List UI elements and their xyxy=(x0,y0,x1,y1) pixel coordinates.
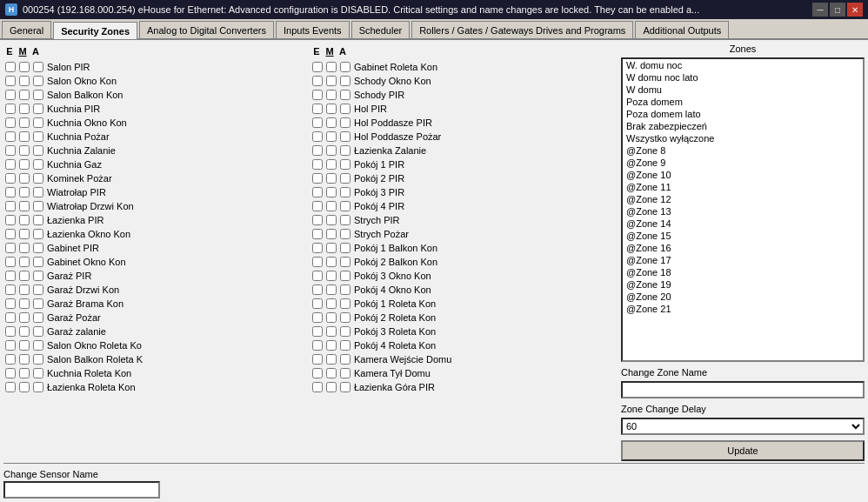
sensor-e-checkbox[interactable] xyxy=(312,187,323,197)
sensor-m-checkbox[interactable] xyxy=(326,145,337,156)
sensor-m-checkbox[interactable] xyxy=(19,298,30,309)
sensor-m-checkbox[interactable] xyxy=(19,215,30,225)
sensor-e-checkbox[interactable] xyxy=(5,62,16,72)
sensor-a-checkbox[interactable] xyxy=(33,201,43,211)
sensor-a-checkbox[interactable] xyxy=(33,312,43,323)
sensor-a-checkbox[interactable] xyxy=(33,62,43,72)
sensor-a-checkbox[interactable] xyxy=(33,271,43,281)
sensor-name-input[interactable] xyxy=(3,481,160,499)
sensor-a-checkbox[interactable] xyxy=(33,131,43,142)
tab-inputs-events[interactable]: Inputs Events xyxy=(276,21,350,38)
sensor-m-checkbox[interactable] xyxy=(19,173,30,184)
sensor-m-checkbox[interactable] xyxy=(19,326,30,337)
sensor-m-checkbox[interactable] xyxy=(326,243,337,253)
sensor-m-checkbox[interactable] xyxy=(326,215,337,225)
sensor-m-checkbox[interactable] xyxy=(19,340,30,351)
sensor-a-checkbox[interactable] xyxy=(33,257,43,267)
zone-item[interactable]: @Zone 21 xyxy=(623,303,863,315)
sensor-e-checkbox[interactable] xyxy=(312,62,323,72)
sensor-m-checkbox[interactable] xyxy=(19,312,30,323)
sensor-a-checkbox[interactable] xyxy=(340,368,351,378)
sensor-e-checkbox[interactable] xyxy=(312,201,323,211)
sensor-e-checkbox[interactable] xyxy=(312,173,323,184)
sensor-e-checkbox[interactable] xyxy=(312,159,323,170)
sensor-e-checkbox[interactable] xyxy=(312,340,323,351)
maximize-button[interactable]: □ xyxy=(830,3,845,17)
sensor-a-checkbox[interactable] xyxy=(340,117,351,128)
sensor-m-checkbox[interactable] xyxy=(326,62,337,72)
sensor-e-checkbox[interactable] xyxy=(312,104,323,114)
sensor-m-checkbox[interactable] xyxy=(326,76,337,86)
sensor-m-checkbox[interactable] xyxy=(326,284,337,295)
sensor-e-checkbox[interactable] xyxy=(5,326,16,337)
sensor-e-checkbox[interactable] xyxy=(5,131,16,142)
sensor-a-checkbox[interactable] xyxy=(340,257,351,267)
zone-item[interactable]: @Zone 17 xyxy=(623,254,863,266)
sensor-e-checkbox[interactable] xyxy=(312,271,323,281)
zone-item[interactable]: W. domu noc xyxy=(623,59,863,71)
sensor-e-checkbox[interactable] xyxy=(5,201,16,211)
sensor-e-checkbox[interactable] xyxy=(312,354,323,365)
sensor-m-checkbox[interactable] xyxy=(19,104,30,114)
sensor-a-checkbox[interactable] xyxy=(340,131,351,142)
sensor-m-checkbox[interactable] xyxy=(326,257,337,267)
sensor-m-checkbox[interactable] xyxy=(19,187,30,197)
sensor-e-checkbox[interactable] xyxy=(5,340,16,351)
sensor-m-checkbox[interactable] xyxy=(326,201,337,211)
sensor-a-checkbox[interactable] xyxy=(33,340,43,351)
sensor-e-checkbox[interactable] xyxy=(312,117,323,128)
sensor-e-checkbox[interactable] xyxy=(312,298,323,309)
sensor-a-checkbox[interactable] xyxy=(340,243,351,253)
sensor-m-checkbox[interactable] xyxy=(19,117,30,128)
sensor-a-checkbox[interactable] xyxy=(33,215,43,225)
tab-security-zones[interactable]: Security Zones xyxy=(53,22,137,39)
zone-item[interactable]: @Zone 20 xyxy=(623,291,863,303)
sensor-m-checkbox[interactable] xyxy=(326,131,337,142)
sensor-e-checkbox[interactable] xyxy=(5,284,16,295)
sensor-a-checkbox[interactable] xyxy=(340,340,351,351)
sensor-m-checkbox[interactable] xyxy=(19,271,30,281)
tab-scheduler[interactable]: Scheduler xyxy=(351,21,411,38)
sensor-m-checkbox[interactable] xyxy=(19,76,30,86)
sensor-a-checkbox[interactable] xyxy=(340,229,351,239)
sensor-e-checkbox[interactable] xyxy=(5,173,16,184)
tab-rollers[interactable]: Rollers / Gates / Gateways Drives and Pr… xyxy=(411,21,633,38)
sensor-e-checkbox[interactable] xyxy=(312,145,323,156)
sensor-m-checkbox[interactable] xyxy=(326,187,337,197)
sensor-m-checkbox[interactable] xyxy=(19,257,30,267)
sensor-m-checkbox[interactable] xyxy=(19,145,30,156)
sensor-e-checkbox[interactable] xyxy=(5,187,16,197)
sensor-e-checkbox[interactable] xyxy=(5,76,16,86)
sensor-e-checkbox[interactable] xyxy=(5,145,16,156)
sensor-m-checkbox[interactable] xyxy=(19,90,30,100)
zones-list[interactable]: W. domu nocW domu noc latoW domuPoza dom… xyxy=(621,57,865,362)
tab-additional-outputs[interactable]: Additional Outputs xyxy=(635,21,729,38)
zone-item[interactable]: @Zone 8 xyxy=(623,144,863,157)
sensor-m-checkbox[interactable] xyxy=(326,326,337,337)
sensor-m-checkbox[interactable] xyxy=(19,243,30,253)
sensor-m-checkbox[interactable] xyxy=(19,229,30,239)
sensor-a-checkbox[interactable] xyxy=(340,62,351,72)
zone-item[interactable]: @Zone 13 xyxy=(623,205,863,218)
sensor-e-checkbox[interactable] xyxy=(5,159,16,170)
zone-item[interactable]: @Zone 10 xyxy=(623,169,863,181)
sensor-a-checkbox[interactable] xyxy=(340,312,351,323)
zone-delay-select[interactable]: 60 xyxy=(621,418,865,435)
sensor-m-checkbox[interactable] xyxy=(19,131,30,142)
close-button[interactable]: ✕ xyxy=(847,3,863,17)
sensor-a-checkbox[interactable] xyxy=(340,159,351,170)
sensor-a-checkbox[interactable] xyxy=(33,104,43,114)
sensor-m-checkbox[interactable] xyxy=(326,90,337,100)
sensor-a-checkbox[interactable] xyxy=(33,90,43,100)
sensor-e-checkbox[interactable] xyxy=(312,326,323,337)
sensor-e-checkbox[interactable] xyxy=(312,76,323,86)
sensor-e-checkbox[interactable] xyxy=(312,243,323,253)
sensor-a-checkbox[interactable] xyxy=(33,284,43,295)
sensor-a-checkbox[interactable] xyxy=(33,229,43,239)
sensor-m-checkbox[interactable] xyxy=(326,173,337,184)
sensor-a-checkbox[interactable] xyxy=(340,201,351,211)
sensor-e-checkbox[interactable] xyxy=(5,354,16,365)
zone-item[interactable]: Poza domem lato xyxy=(623,108,863,120)
sensor-e-checkbox[interactable] xyxy=(5,368,16,378)
zone-item[interactable]: W domu xyxy=(623,84,863,96)
